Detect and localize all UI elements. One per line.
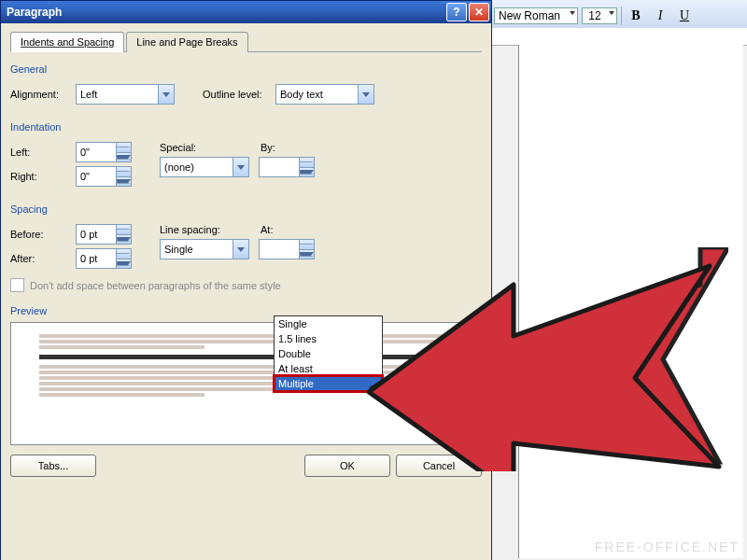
tab-strip: Indents and Spacing Line and Page Breaks bbox=[10, 31, 482, 52]
spin-down-icon bbox=[116, 153, 131, 162]
italic-button[interactable]: I bbox=[650, 6, 670, 26]
checkbox-icon bbox=[10, 278, 24, 292]
at-label: At: bbox=[261, 224, 273, 235]
font-size-combo[interactable]: 12 bbox=[582, 7, 617, 24]
group-spacing: Spacing bbox=[10, 203, 482, 215]
after-spin[interactable]: 0 pt bbox=[76, 248, 132, 269]
at-spin[interactable] bbox=[259, 239, 315, 259]
ruler bbox=[490, 28, 747, 46]
alignment-label: Alignment: bbox=[10, 89, 76, 100]
watermark: FREE-OFFICE.NET bbox=[595, 539, 740, 554]
after-label: After: bbox=[10, 253, 76, 264]
chevron-down-icon bbox=[570, 11, 575, 15]
outline-label: Outline level: bbox=[203, 89, 275, 100]
indent-right-label: Right: bbox=[10, 171, 76, 182]
special-combo[interactable]: (none) bbox=[160, 157, 249, 177]
help-button[interactable]: ? bbox=[446, 3, 467, 21]
indent-left-label: Left: bbox=[10, 147, 76, 158]
special-label: Special: bbox=[160, 142, 233, 153]
alignment-combo[interactable]: Left bbox=[76, 84, 175, 105]
line-spacing-label: Line spacing: bbox=[160, 224, 233, 235]
underline-button[interactable]: U bbox=[674, 6, 695, 26]
indent-right-spin[interactable]: 0" bbox=[76, 166, 132, 187]
dialog-title: Paragraph bbox=[7, 6, 62, 19]
chevron-down-icon bbox=[358, 85, 374, 104]
chevron-down-icon bbox=[609, 11, 614, 15]
group-indentation: Indentation bbox=[10, 121, 482, 133]
by-spin[interactable] bbox=[259, 157, 315, 177]
by-label: By: bbox=[261, 142, 275, 153]
tab-line-page-breaks[interactable]: Line and Page Breaks bbox=[126, 32, 247, 52]
line-spacing-combo[interactable]: Single bbox=[160, 239, 249, 259]
tab-indents-spacing[interactable]: Indents and Spacing bbox=[10, 32, 124, 52]
before-spin[interactable]: 0 pt bbox=[76, 224, 132, 245]
annotation-arrow-icon bbox=[355, 247, 728, 471]
before-label: Before: bbox=[10, 229, 76, 240]
group-general: General bbox=[10, 63, 482, 75]
tabs-button[interactable]: Tabs... bbox=[10, 455, 96, 477]
spin-up-icon bbox=[116, 143, 131, 153]
close-button[interactable]: ✕ bbox=[469, 3, 489, 21]
outline-combo[interactable]: Body text bbox=[275, 84, 374, 105]
chevron-down-icon bbox=[158, 85, 174, 104]
title-bar: Paragraph ? ✕ bbox=[1, 1, 491, 23]
indent-left-spin[interactable]: 0" bbox=[76, 142, 132, 162]
font-name-combo[interactable]: New Roman bbox=[494, 7, 578, 24]
bold-button[interactable]: B bbox=[626, 6, 646, 26]
